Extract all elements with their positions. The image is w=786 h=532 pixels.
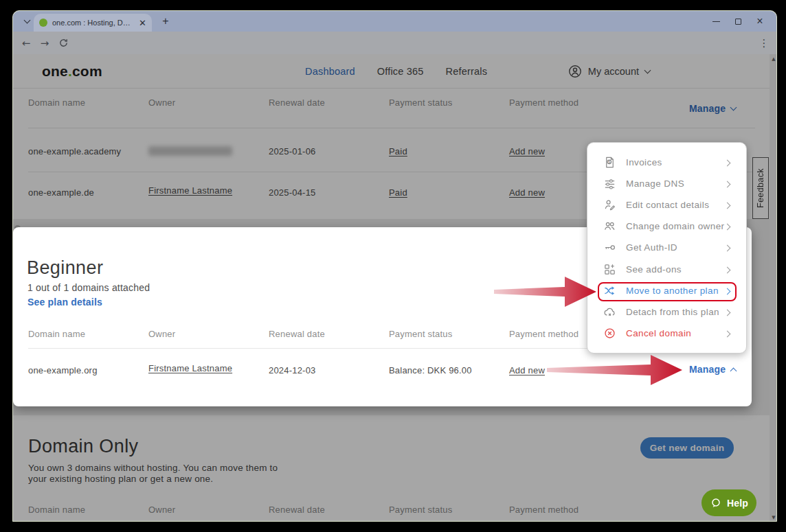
menu-item-see-add-ons[interactable]: See add-ons: [587, 259, 746, 280]
forward-button[interactable]: →: [36, 32, 54, 54]
chevron-down-icon: [23, 17, 30, 24]
tab-search-button[interactable]: [19, 14, 35, 28]
close-icon: ×: [756, 16, 763, 27]
back-button[interactable]: ←: [17, 32, 35, 54]
addons-icon: [603, 262, 616, 276]
chevron-up-icon: [730, 367, 737, 374]
browser-tab[interactable]: one.com : Hosting, Domain, Em ✕: [34, 14, 152, 32]
new-tab-button[interactable]: +: [157, 14, 174, 29]
minimize-icon: [712, 21, 720, 22]
window-controls: ×: [705, 11, 771, 32]
site-favicon: [39, 19, 47, 27]
chevron-right-icon: [725, 221, 730, 231]
browser-menu-button[interactable]: ⋮: [756, 32, 772, 54]
menu-item-edit-contact-details[interactable]: Edit contact details: [587, 194, 746, 216]
chevron-right-icon: [725, 157, 730, 167]
menu-item-detach-from-plan[interactable]: Detach from this plan: [587, 301, 746, 323]
menu-item-label: See add-ons: [626, 264, 682, 275]
maximize-button[interactable]: [727, 11, 749, 32]
menu-item-cancel-domain[interactable]: Cancel domain: [587, 323, 746, 344]
manage-label: Manage: [689, 364, 726, 375]
help-label: Help: [727, 498, 748, 509]
sliders-icon: [603, 177, 616, 191]
person-edit-icon: [603, 198, 616, 212]
close-button[interactable]: ×: [749, 11, 771, 32]
svg-text:$: $: [607, 159, 610, 164]
maximize-icon: [735, 19, 741, 25]
chevron-right-icon: [725, 178, 730, 189]
browser-window: one.com : Hosting, Domain, Em ✕ + × ← → …: [12, 10, 777, 522]
row-renewal: 2024-12-03: [269, 365, 316, 375]
owner-link[interactable]: Firstname Lastname: [148, 363, 232, 373]
menu-item-get-auth-id[interactable]: Get Auth-ID: [587, 237, 746, 258]
minimize-button[interactable]: [705, 11, 727, 32]
browser-titlebar: one.com : Hosting, Domain, Em ✕ + ×: [13, 11, 776, 32]
manage-dropdown-open[interactable]: Manage: [689, 364, 736, 375]
col-payment-status: Payment status: [389, 329, 452, 339]
cancel-circle-icon: [603, 326, 616, 340]
key-icon: [603, 241, 616, 255]
manage-dropdown-menu: $ Invoices Manage DNS Edit contact detai…: [587, 142, 747, 354]
help-button[interactable]: Help: [701, 489, 756, 516]
col-payment-method: Payment method: [509, 329, 579, 339]
row-domain: one-example.org: [28, 365, 98, 375]
col-domain-name: Domain name: [28, 329, 85, 339]
menu-item-label: Cancel domain: [626, 328, 691, 338]
menu-item-change-domain-owner[interactable]: Change domain owner: [587, 216, 746, 237]
chat-bubble-icon: [710, 497, 722, 509]
chevron-right-icon: [725, 264, 730, 275]
browser-toolbar: ← → one.com/admin/account/products.do ☆ …: [13, 32, 776, 54]
col-owner: Owner: [148, 329, 175, 339]
reload-button[interactable]: [54, 32, 72, 54]
add-new-link[interactable]: Add new: [509, 365, 545, 375]
chevron-right-icon: [725, 328, 730, 338]
people-icon: [603, 220, 616, 233]
menu-item-invoices[interactable]: $ Invoices: [587, 152, 746, 173]
annotation-highlight-box: [598, 282, 737, 301]
tab-title: one.com : Hosting, Domain, Em: [52, 19, 131, 27]
row-balance: Balance: DKK 96.00: [389, 365, 472, 375]
col-renewal-date: Renewal date: [269, 329, 325, 339]
menu-item-label: Detach from this plan: [626, 307, 719, 317]
menu-item-label: Invoices: [626, 157, 662, 167]
see-plan-details-link[interactable]: See plan details: [27, 297, 102, 308]
menu-item-label: Manage DNS: [626, 178, 684, 189]
chevron-right-icon: [725, 200, 730, 210]
menu-item-label: Get Auth-ID: [626, 242, 677, 253]
menu-item-label: Edit contact details: [626, 200, 709, 210]
menu-item-label: Change domain owner: [626, 221, 724, 231]
page-content: one.com Dashboard Office 365 Referrals M…: [13, 54, 777, 522]
plan-subtitle: 1 out of 1 domains attached: [27, 282, 150, 293]
chevron-right-icon: [725, 242, 730, 253]
reload-icon: [58, 38, 69, 48]
chevron-right-icon: [725, 307, 730, 317]
invoice-icon: $: [603, 156, 616, 170]
plan-title: Beginner: [27, 257, 103, 279]
tab-close-icon[interactable]: ✕: [139, 19, 146, 27]
menu-item-manage-dns[interactable]: Manage DNS: [587, 173, 746, 194]
cloud-x-icon: [603, 305, 616, 319]
